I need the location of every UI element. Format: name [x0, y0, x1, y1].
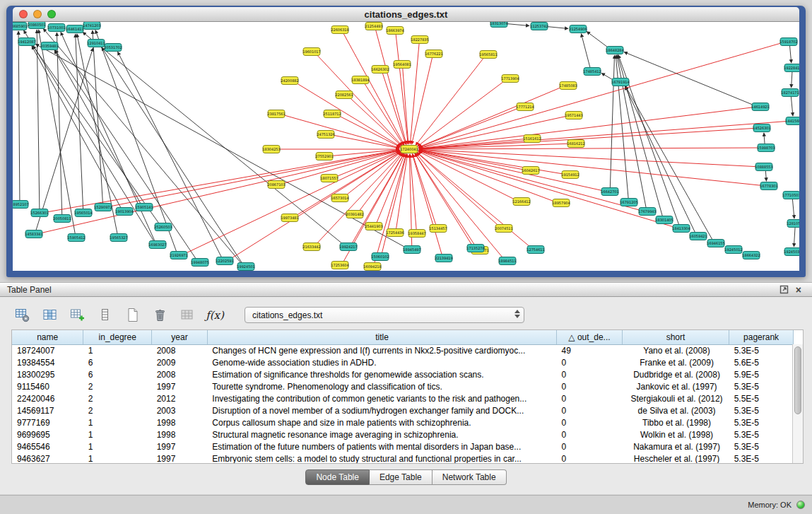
- table-cell: Wolkin et al. (1998): [622, 428, 729, 440]
- graph-node-label: 10888553: [755, 165, 772, 169]
- column-header-year[interactable]: year: [152, 330, 208, 344]
- function-builder-icon[interactable]: ƒ(x): [206, 306, 224, 325]
- import-table-icon[interactable]: [178, 306, 196, 325]
- graph-edge: [375, 154, 406, 264]
- column-header-short[interactable]: short: [622, 330, 729, 344]
- table-scrollbar[interactable]: [792, 344, 803, 463]
- table-cell: 5.3E-5: [729, 380, 794, 392]
- column-header-name[interactable]: name: [12, 330, 83, 344]
- graph-node-label: 18227835: [411, 37, 428, 42]
- table-header-row: namein_degreeyeartitle△ out_de...shortpa…: [12, 330, 794, 344]
- graph-node-label: 27552901: [315, 154, 333, 158]
- column-header-title[interactable]: title: [207, 330, 556, 344]
- graph-edge: [417, 81, 505, 146]
- network-canvas[interactable]: 1724004119564081166263021838189422082561…: [13, 22, 799, 271]
- graph-node-label: 25441903: [365, 224, 382, 228]
- table-cell: 2008: [152, 344, 208, 356]
- graph-edge: [418, 42, 782, 148]
- graph-edge: [616, 55, 628, 199]
- graph-node-label: 21254906: [569, 27, 587, 31]
- graph-edge: [789, 45, 791, 63]
- tab-network-table[interactable]: Network Table: [433, 469, 507, 485]
- graph-node-label: 19924217: [339, 245, 357, 249]
- tab-node-table[interactable]: Node Table: [305, 469, 370, 485]
- rows-icon: [98, 308, 112, 322]
- graph-node-label: 15266301: [30, 211, 48, 215]
- table-cell: Disruption of a novel member of a sodium…: [207, 404, 556, 416]
- close-panel-button[interactable]: ×: [792, 284, 805, 296]
- graph-edge: [359, 153, 403, 211]
- graph-node-label: 18952107: [13, 202, 29, 206]
- graph-edge: [624, 52, 755, 106]
- scrollbar-thumb[interactable]: [794, 346, 801, 414]
- graph-edge: [295, 151, 401, 216]
- float-panel-icon: [779, 285, 789, 294]
- graph-node-label: 20074511: [495, 226, 512, 230]
- graph-node-label: 16816212: [567, 141, 584, 146]
- graph-node-label: 14741203: [83, 23, 100, 28]
- table-cell: Stergiakouli et al. (2012): [622, 392, 729, 404]
- row-tools-icon[interactable]: [95, 306, 114, 325]
- graph-edge: [419, 128, 755, 148]
- graph-edge: [587, 31, 609, 48]
- table-cell: 5.3E-5: [729, 404, 794, 416]
- table-row[interactable]: 969969511998Structural magnetic resonanc…: [12, 428, 794, 440]
- table-row[interactable]: 946554611997Estimation of the future num…: [12, 440, 794, 452]
- table-cell: Changes of HCN gene expression and I(f) …: [207, 344, 556, 356]
- graph-node-label: 17485083: [559, 83, 577, 88]
- close-window-button[interactable]: [19, 10, 28, 18]
- table-cell: 2: [83, 380, 152, 392]
- zoom-window-button[interactable]: [47, 10, 56, 18]
- table-row[interactable]: 946362711997Embryonic stem cells: a mode…: [12, 452, 794, 464]
- create-column-icon[interactable]: [68, 306, 86, 325]
- graph-node-label: 20391482: [346, 212, 363, 216]
- new-table-icon[interactable]: [123, 306, 141, 325]
- graph-node-label: 18313074: [490, 22, 507, 25]
- table-row[interactable]: 2242004622012Investigating the contribut…: [12, 392, 794, 404]
- tab-edge-table[interactable]: Edge Table: [370, 469, 433, 485]
- graph-node-label: 18984511: [498, 259, 516, 263]
- table-row[interactable]: 1830029562008Estimation of significance …: [12, 368, 794, 380]
- table-panel-header: Table Panel ×: [0, 282, 812, 297]
- graph-edge: [382, 73, 406, 145]
- minimize-window-button[interactable]: [33, 10, 42, 18]
- table-mode-icon[interactable]: [13, 306, 31, 325]
- table-cell: 19384554: [12, 356, 83, 368]
- column-header-out_de[interactable]: △ out_de...: [557, 330, 623, 344]
- table-cell: 1: [83, 416, 152, 428]
- graph-node-label: 16094218: [363, 264, 381, 269]
- table-cell: 49: [557, 344, 623, 356]
- table-selector-dropdown[interactable]: citations_edges.txt: [245, 307, 524, 323]
- column-header-pagerank[interactable]: pagerank: [729, 330, 794, 344]
- table-cell: Corpus callosum shape and size in male p…: [207, 416, 556, 428]
- delete-table-icon[interactable]: [151, 306, 169, 325]
- memory-ok-led-icon: [796, 501, 805, 509]
- graph-node-label: 19973481: [281, 216, 298, 220]
- column-header-in_degree[interactable]: in_degree: [83, 330, 152, 344]
- graph-edge: [625, 86, 695, 233]
- table-row[interactable]: 911546021997Tourette syndrome. Phenomeno…: [12, 380, 794, 392]
- table-row[interactable]: 1872400712008Changes of HCN gene express…: [12, 344, 794, 356]
- window-titlebar[interactable]: citations_edges.txt: [13, 7, 799, 22]
- table-cell: 0: [557, 428, 623, 440]
- table-cell: Estimation of significance thresholds fo…: [207, 368, 556, 380]
- close-icon: ×: [796, 284, 801, 296]
- graph-node-label: 14614921: [751, 105, 769, 109]
- window-controls: [19, 10, 56, 18]
- show-columns-icon[interactable]: [40, 306, 59, 325]
- table-cell: 0: [557, 404, 623, 416]
- table-cell: 6: [83, 368, 152, 380]
- table-row[interactable]: 1938455462009Genome-wide association stu…: [12, 356, 794, 368]
- graph-edge: [610, 55, 614, 188]
- table-row[interactable]: 977716911998Corpus callosum shape and si…: [12, 416, 794, 428]
- table-grid-gear-icon: [15, 308, 30, 322]
- table-row[interactable]: 1456911722003Disruption of a novel membe…: [12, 404, 794, 416]
- citation-network-graph[interactable]: 1724004119564081166263021838189422082561…: [13, 22, 799, 271]
- graph-edge: [396, 154, 408, 229]
- graph-node-label: 17485412: [583, 69, 601, 74]
- graph-node-label: 19565811: [479, 52, 497, 57]
- graph-node-label: 19245012: [724, 247, 742, 252]
- float-panel-button[interactable]: [776, 285, 792, 294]
- graph-node-label: 15905412: [67, 235, 85, 240]
- graph-node-label: 19358447: [408, 231, 425, 235]
